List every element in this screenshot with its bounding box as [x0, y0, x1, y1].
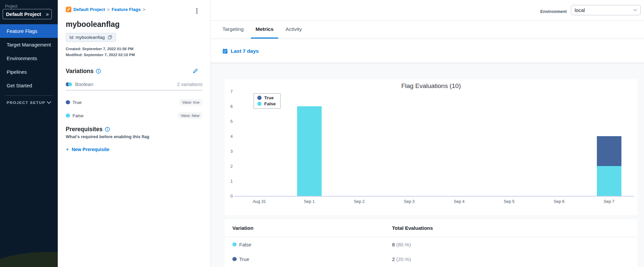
table-header-total: Total Evaluations	[392, 225, 433, 231]
flag-detail-panel: Default Project > Feature Flags > mybool…	[58, 0, 211, 267]
y-axis-tick: 3	[225, 149, 233, 154]
table-row-true: True2 (20.%)	[225, 252, 637, 266]
environment-bar: Environment local	[211, 0, 644, 21]
y-axis-tick: 6	[225, 104, 233, 109]
tab-activity[interactable]: Activity	[281, 21, 306, 39]
evaluation-percent: (20.%)	[396, 256, 411, 262]
sidebar: Project Default Project » Feature FlagsT…	[0, 0, 58, 267]
variation-type-row: Boolean 2 variations	[66, 81, 202, 87]
breadcrumb-default-project[interactable]: Default Project	[73, 7, 105, 12]
bar-true-sep-7	[597, 136, 621, 166]
tab-targeting[interactable]: Targeting	[218, 21, 248, 39]
date-range-button[interactable]: Last 7 days	[231, 48, 259, 54]
plus-icon: +	[66, 146, 69, 153]
edit-variations-button[interactable]	[192, 68, 199, 74]
breadcrumb-separator: >	[107, 7, 110, 12]
flag-id-chip[interactable]: Id: mybooleanflag	[66, 33, 116, 42]
evaluation-count: 2	[392, 256, 396, 262]
variation-name: False	[73, 113, 178, 118]
evaluation-count: 8	[392, 242, 396, 247]
sidebar-nav: Feature FlagsTarget ManagementEnvironmen…	[0, 24, 58, 92]
variation-color-dot	[232, 257, 237, 261]
sidebar-divider	[5, 95, 53, 96]
flag-title: mybooleanflag	[66, 20, 120, 29]
legend-label: True	[264, 95, 274, 100]
flag-evaluations-chart-card: Flag Evaluations (10) TrueFalse 01234567…	[225, 79, 637, 215]
copy-icon[interactable]	[108, 35, 112, 40]
environment-select[interactable]: local	[571, 5, 641, 15]
bar-false-sep-1	[297, 106, 322, 196]
y-axis-tick: 7	[225, 89, 233, 94]
variation-color-dot	[66, 114, 70, 118]
sidebar-item-pipelines[interactable]: Pipelines	[0, 65, 58, 79]
breadcrumb: Default Project > Feature Flags >	[66, 7, 145, 12]
evaluation-percent: (80.%)	[396, 242, 411, 247]
sidebar-item-environments[interactable]: Environments	[0, 51, 58, 65]
table-cell-variation: False	[232, 242, 251, 247]
chart-plot-area: TrueFalse 01234567Aug 31Sep 1Sep 2Sep 3S…	[234, 92, 634, 197]
table-row-false: False8 (80.%)	[225, 237, 637, 252]
breadcrumb-feature-flags[interactable]: Feature Flags	[112, 7, 141, 12]
y-axis-tick: 4	[225, 134, 233, 139]
chevron-down-icon	[633, 9, 637, 11]
x-axis-tick: Sep 7	[584, 199, 634, 205]
y-axis-tick: 2	[225, 164, 233, 169]
sidebar-item-target-management[interactable]: Target Management	[0, 38, 58, 51]
info-icon[interactable]	[105, 127, 110, 132]
legend-dot	[257, 102, 262, 106]
prerequisites-heading: Prerequisites	[66, 126, 110, 133]
prerequisites-heading-text: Prerequisites	[66, 126, 103, 133]
variation-list: TrueValue: trueFalseValue: false	[66, 96, 202, 122]
prerequisites-description: What’s required before enabling this fla…	[66, 134, 149, 139]
info-icon[interactable]	[96, 69, 101, 74]
tabs: TargetingMetricsActivity	[211, 21, 644, 39]
new-prerequisite-button[interactable]: + New Prerequisite	[66, 146, 110, 153]
chart-legend: TrueFalse	[254, 93, 281, 109]
x-axis-tick: Sep 2	[334, 199, 384, 205]
created-date: Created: September 7, 2022 01:56 PM	[66, 47, 133, 51]
table-body: False8 (80.%)True2 (20.%)	[225, 237, 637, 266]
tab-metrics[interactable]: Metrics	[251, 21, 278, 39]
variations-heading: Variations	[66, 68, 101, 75]
sidebar-item-get-started[interactable]: Get Started	[0, 79, 58, 92]
legend-dot	[257, 96, 262, 100]
modified-date: Modified: September 7, 2022 02:10 PM	[66, 53, 135, 57]
evaluations-table-card: Variation Total Evaluations False8 (80.%…	[225, 219, 637, 267]
legend-item-true: True	[257, 95, 276, 100]
variation-color-dot	[66, 100, 70, 105]
bar-false-sep-7	[597, 166, 621, 196]
variation-type-label: Boolean	[75, 81, 177, 87]
x-axis-tick: Aug 31	[234, 199, 284, 205]
variations-divider	[66, 90, 202, 90]
x-axis-tick: Sep 5	[484, 199, 534, 205]
project-selector[interactable]: Default Project »	[3, 9, 52, 19]
table-cell-variation: True	[232, 256, 249, 262]
x-axis-tick: Sep 1	[284, 199, 335, 205]
feature-flags-module-icon	[66, 7, 71, 12]
new-prerequisite-label: New Prerequisite	[72, 147, 110, 152]
project-setup-label: PROJECT SETUP	[7, 101, 45, 105]
project-selector-value: Default Project	[6, 11, 41, 17]
variation-value-chip: Value: true	[179, 99, 202, 106]
flag-id-text: Id: mybooleanflag	[69, 35, 105, 40]
sidebar-item-feature-flags[interactable]: Feature Flags	[0, 24, 58, 38]
variation-name: False	[239, 242, 252, 247]
table-cell-total: 8 (80.%)	[392, 242, 411, 247]
kebab-menu-button[interactable]	[193, 7, 201, 15]
x-axis-tick: Sep 4	[434, 199, 484, 205]
y-axis-tick: 1	[225, 179, 233, 184]
y-axis-tick: 0	[225, 194, 233, 199]
chart-title: Flag Evaluations (10)	[225, 82, 637, 90]
project-label: Project	[5, 4, 17, 9]
metrics-panel: Environment local TargetingMetricsActivi…	[211, 0, 644, 267]
environment-select-value: local	[575, 7, 585, 13]
variation-color-dot	[232, 242, 237, 247]
variations-heading-text: Variations	[66, 68, 94, 75]
sidebar-project-setup[interactable]: PROJECT SETUP	[7, 101, 51, 105]
variation-value-chip: Value: false	[178, 112, 202, 119]
table-cell-total: 2 (20.%)	[392, 256, 411, 262]
pencil-icon	[192, 68, 198, 74]
variation-row-true: TrueValue: true	[66, 96, 202, 109]
variation-name: True	[239, 256, 249, 262]
breadcrumb-separator: >	[143, 7, 145, 12]
